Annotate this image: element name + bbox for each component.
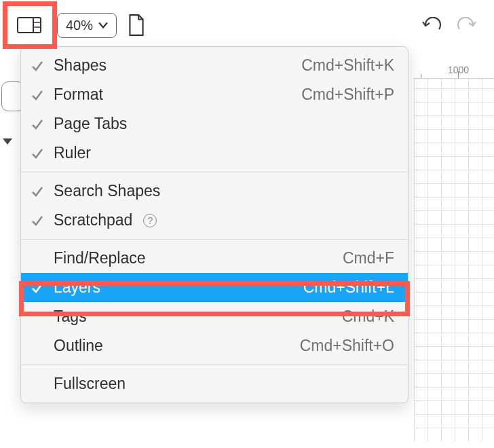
- menu-item-search-shapes[interactable]: Search Shapes: [21, 176, 408, 206]
- check-icon: [29, 147, 45, 160]
- menu-item-page-tabs[interactable]: Page Tabs: [21, 109, 408, 138]
- menu-item-outline[interactable]: OutlineCmd+Shift+O: [21, 331, 408, 360]
- menu-item-label: Search Shapes: [54, 182, 160, 200]
- menu-item-scratchpad[interactable]: Scratchpad?: [21, 206, 408, 235]
- menu-shortcut: Cmd+F: [343, 249, 394, 267]
- menu-item-label: Shapes: [54, 56, 107, 75]
- help-icon[interactable]: ?: [143, 214, 157, 227]
- menu-item-ruler[interactable]: Ruler: [21, 138, 408, 168]
- menu-shortcut: Cmd+Shift+K: [301, 56, 394, 75]
- menu-item-fullscreen[interactable]: Fullscreen: [21, 369, 408, 398]
- menu-item-label: Outline: [54, 337, 103, 355]
- ruler-tick: [458, 71, 459, 78]
- page-icon: [128, 14, 145, 36]
- check-icon: [29, 59, 45, 73]
- check-icon: [29, 88, 45, 102]
- check-icon: [29, 281, 45, 295]
- zoom-dropdown[interactable]: 40%: [57, 13, 117, 38]
- zoom-value: 40%: [66, 18, 93, 33]
- menu-separator: [21, 172, 408, 172]
- check-icon: [29, 117, 45, 131]
- undo-icon: [421, 17, 442, 33]
- menu-separator: [21, 239, 408, 240]
- undo-button[interactable]: [418, 12, 445, 39]
- panel-toggle-icon: [17, 16, 41, 35]
- expand-handle-icon[interactable]: [3, 138, 12, 145]
- menu-item-label: Format: [54, 86, 103, 104]
- redo-button[interactable]: [453, 12, 480, 39]
- menu-shortcut: Cmd+Shift+O: [300, 337, 394, 355]
- check-icon: [29, 214, 45, 227]
- canvas-grid: [414, 61, 494, 441]
- new-page-button[interactable]: [125, 14, 148, 37]
- check-icon: [29, 185, 45, 198]
- menu-shortcut: Cmd+K: [342, 307, 394, 326]
- menu-separator: [21, 365, 408, 365]
- sidebar-collapsed: [1, 81, 22, 163]
- menu-item-label: Tags: [54, 307, 87, 326]
- menu-item-label: Fullscreen: [54, 375, 126, 393]
- menu-item-format[interactable]: FormatCmd+Shift+P: [21, 80, 408, 109]
- toolbar: 40%: [0, 0, 494, 50]
- menu-item-find-replace[interactable]: Find/ReplaceCmd+F: [21, 244, 408, 273]
- menu-item-tags[interactable]: TagsCmd+K: [21, 302, 408, 331]
- menu-item-shapes[interactable]: ShapesCmd+Shift+K: [21, 51, 408, 80]
- horizontal-ruler: 1000: [414, 61, 494, 79]
- panel-toggle-button[interactable]: [14, 14, 45, 37]
- redo-icon: [457, 17, 477, 33]
- menu-item-label: Layers: [54, 278, 100, 297]
- menu-item-label: Scratchpad: [54, 211, 132, 229]
- svg-rect-0: [18, 18, 41, 33]
- menu-shortcut: Cmd+Shift+P: [301, 86, 394, 104]
- view-menu: ShapesCmd+Shift+KFormatCmd+Shift+PPage T…: [20, 46, 408, 403]
- menu-item-layers[interactable]: LayersCmd+Shift+L: [21, 273, 408, 302]
- menu-item-label: Find/Replace: [54, 249, 146, 267]
- ruler-tick: [421, 74, 421, 78]
- menu-shortcut: Cmd+Shift+L: [303, 278, 394, 297]
- chevron-down-icon: [98, 20, 108, 30]
- menu-item-label: Ruler: [54, 144, 91, 162]
- menu-item-label: Page Tabs: [54, 115, 127, 133]
